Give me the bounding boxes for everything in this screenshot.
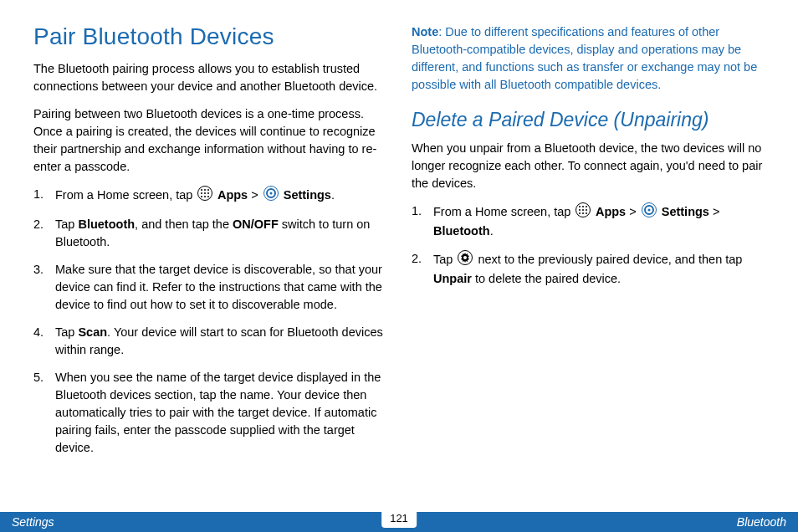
note-text: : Due to different specifications and fe…: [412, 25, 757, 91]
unpair-label: Unpair: [433, 272, 472, 285]
bluetooth-label: Bluetooth: [78, 217, 135, 231]
svg-point-4: [201, 192, 202, 194]
gear-icon: [458, 250, 473, 270]
note-label: Note: [412, 25, 438, 38]
text: >: [709, 205, 720, 218]
footer-right: Bluetooth: [737, 515, 786, 529]
text: Tap: [433, 253, 456, 266]
text: >: [626, 205, 640, 218]
svg-point-8: [204, 196, 206, 197]
heading-unpair: Delete a Paired Device (Unpairing): [412, 109, 765, 131]
svg-point-20: [579, 212, 581, 214]
unpair-step-1: From a Home screen, tap Apps > Settings …: [412, 202, 765, 240]
svg-point-22: [586, 212, 587, 214]
apps-label: Apps: [592, 205, 626, 218]
svg-point-16: [586, 206, 587, 207]
page-number: 121: [381, 510, 417, 528]
heading-pair: Pair Bluetooth Devices: [33, 23, 386, 50]
svg-point-14: [579, 206, 581, 207]
svg-point-5: [204, 192, 206, 194]
settings-icon: [642, 202, 657, 223]
svg-point-19: [586, 209, 587, 211]
text: From a Home screen, tap: [433, 205, 574, 218]
svg-point-25: [647, 209, 650, 212]
svg-point-27: [463, 256, 467, 259]
left-column: Pair Bluetooth Devices The Bluetooth pai…: [33, 23, 386, 502]
text: From a Home screen, tap: [55, 188, 196, 202]
text: .: [331, 188, 335, 202]
svg-point-2: [204, 189, 206, 191]
page-content: Pair Bluetooth Devices The Bluetooth pai…: [0, 0, 798, 502]
intro-p2: Pairing between two Bluetooth devices is…: [33, 105, 386, 176]
text: .: [490, 224, 494, 238]
settings-label: Settings: [658, 205, 709, 218]
svg-point-7: [201, 196, 202, 197]
page-footer: Settings 121 Bluetooth: [0, 512, 798, 532]
apps-icon: [197, 186, 212, 206]
text: next to the previously paired device, an…: [474, 253, 742, 266]
bluetooth-label: Bluetooth: [433, 224, 490, 238]
step-1: From a Home screen, tap Apps > Settings.: [33, 186, 386, 206]
text: Tap: [55, 325, 78, 339]
step-3: Make sure that the target device is disc…: [33, 261, 386, 314]
text: >: [248, 188, 262, 202]
unpair-steps: From a Home screen, tap Apps > Settings …: [412, 202, 765, 288]
right-column: Note: Due to different specifications an…: [412, 23, 765, 502]
unpair-step-2: Tap next to the previously paired device…: [412, 250, 765, 288]
apps-label: Apps: [214, 188, 248, 202]
step-5: When you see the name of the target devi…: [33, 369, 386, 457]
step-2: Tap Bluetooth, and then tap the ON/OFF s…: [33, 216, 386, 251]
settings-label: Settings: [280, 188, 331, 202]
step-4: Tap Scan. Your device will start to scan…: [33, 324, 386, 359]
text: to delete the paired device.: [472, 272, 621, 285]
text: , and then tap the: [135, 217, 233, 231]
note-block: Note: Due to different specifications an…: [412, 23, 765, 94]
svg-point-6: [207, 192, 209, 194]
svg-point-21: [582, 212, 584, 214]
intro-p1: The Bluetooth pairing process allows you…: [33, 60, 386, 95]
svg-point-9: [207, 196, 209, 197]
footer-left: Settings: [12, 515, 54, 529]
svg-point-12: [269, 192, 272, 195]
settings-icon: [263, 186, 279, 206]
scan-label: Scan: [78, 325, 107, 339]
onoff-label: ON/OFF: [233, 217, 279, 231]
pair-steps: From a Home screen, tap Apps > Settings.…: [33, 186, 386, 457]
svg-point-3: [207, 189, 209, 191]
apps-icon: [575, 202, 591, 223]
svg-point-17: [579, 209, 581, 211]
unpair-intro: When you unpair from a Bluetooth device,…: [412, 140, 765, 192]
svg-point-15: [582, 206, 584, 207]
svg-point-1: [201, 189, 202, 191]
text: Tap: [55, 217, 78, 231]
svg-point-18: [582, 209, 584, 211]
